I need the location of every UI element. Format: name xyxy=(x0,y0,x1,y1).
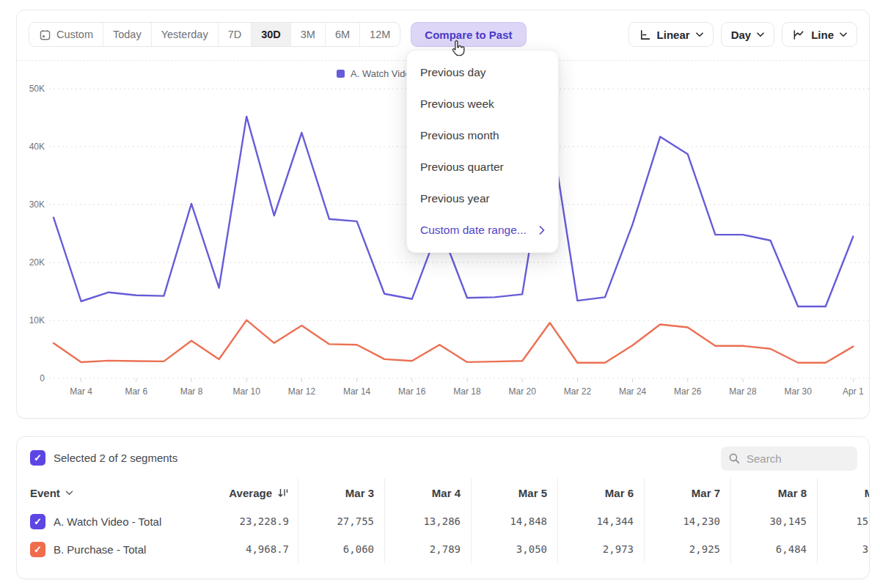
value-cell: 14,344 xyxy=(557,507,644,535)
range-7d[interactable]: 7D xyxy=(219,23,252,46)
y-tick-label: 40K xyxy=(29,142,45,152)
value-cell: 2,789 xyxy=(384,535,471,563)
column-header-mar-4[interactable]: Mar 4 xyxy=(384,478,471,507)
x-tick-label: Mar 8 xyxy=(180,386,203,397)
event-label: A. Watch Video - Total xyxy=(54,515,161,528)
menu-item-previous-year[interactable]: Previous year xyxy=(407,183,558,214)
range-label: 30D xyxy=(261,29,281,40)
column-header-label: Mar 9 xyxy=(865,487,870,499)
event-label: B. Purchase - Total xyxy=(54,543,146,556)
column-header-label: Mar 5 xyxy=(518,487,547,499)
menu-item-previous-month[interactable]: Previous month xyxy=(407,120,558,151)
cell-value: 14,230 xyxy=(683,515,720,527)
range-30d[interactable]: 30D xyxy=(252,23,291,46)
range-6m[interactable]: 6M xyxy=(326,23,360,46)
range-label: 7D xyxy=(228,29,242,40)
search-box[interactable] xyxy=(721,446,857,471)
search-input[interactable] xyxy=(747,452,842,465)
x-tick-label: Apr 1 xyxy=(843,386,864,397)
chevron-right-icon xyxy=(539,226,545,235)
table-header-bar: ✓ Selected 2 of 2 segments xyxy=(17,437,869,478)
row-checkbox[interactable]: ✓ xyxy=(30,514,45,529)
chevron-down-icon xyxy=(65,490,73,496)
range-today[interactable]: Today xyxy=(103,23,152,46)
column-header-mar-7[interactable]: Mar 7 xyxy=(644,478,730,507)
range-label: 6M xyxy=(335,29,350,40)
cell-value: 2,789 xyxy=(430,543,461,555)
value-cell: 27,755 xyxy=(298,507,384,535)
selected-segments-label: Selected 2 of 2 segments xyxy=(54,452,177,464)
cell-value: 3,297 xyxy=(862,543,870,555)
range-custom[interactable]: Custom xyxy=(29,23,103,46)
value-cell: 3,297 xyxy=(817,535,870,563)
cell-value: 14,344 xyxy=(596,515,634,527)
chevron-down-icon xyxy=(757,32,764,37)
linear-axis-icon xyxy=(639,29,651,41)
range-yesterday[interactable]: Yesterday xyxy=(152,23,219,46)
menu-item-previous-day[interactable]: Previous day xyxy=(407,56,558,88)
value-cell: 14,230 xyxy=(644,507,730,535)
column-header-mar-5[interactable]: Mar 5 xyxy=(471,478,557,507)
x-tick-label: Mar 24 xyxy=(619,386,647,397)
column-header-label: Mar 4 xyxy=(432,487,461,499)
interval-dropdown-button[interactable]: Day xyxy=(721,22,775,47)
value-cell: 3,050 xyxy=(471,535,557,563)
search-icon xyxy=(728,452,741,465)
select-all-checkbox[interactable]: ✓ xyxy=(30,450,45,466)
chart-options-group: Linear Day Line xyxy=(628,22,857,47)
scale-label: Linear xyxy=(657,29,690,41)
column-header-mar-6[interactable]: Mar 6 xyxy=(557,478,644,507)
menu-item-previous-quarter[interactable]: Previous quarter xyxy=(407,151,558,183)
compare-to-past-button[interactable]: Compare to Past xyxy=(411,22,526,47)
column-header-mar-3[interactable]: Mar 3 xyxy=(298,478,384,507)
menu-item-custom-date-range[interactable]: Custom date range... xyxy=(407,214,558,246)
cell-value: 15,612 xyxy=(856,515,870,527)
x-tick-label: Mar 28 xyxy=(729,386,757,397)
table-header-row: EventAverageMar 3Mar 4Mar 5Mar 6Mar 7Mar… xyxy=(17,478,870,507)
range-label: 12M xyxy=(370,29,390,40)
sort-descending-icon xyxy=(277,488,289,499)
row-checkbox[interactable]: ✓ xyxy=(30,542,45,557)
range-label: Custom xyxy=(56,29,93,40)
table-row-a-watch-video-total: ✓A. Watch Video - Total23,228.927,75513,… xyxy=(17,507,870,535)
value-cell: 15,612 xyxy=(817,507,870,535)
scale-dropdown-button[interactable]: Linear xyxy=(628,22,714,47)
chart-panel: 50K40K30K20K10K0Mar 4Mar 6Mar 8Mar 10Mar… xyxy=(16,10,870,419)
value-cell: 6,060 xyxy=(298,535,384,563)
column-header-label: Average xyxy=(229,487,272,499)
value-cell: 30,145 xyxy=(730,507,817,535)
y-tick-label: 50K xyxy=(29,84,45,94)
cell-value: 30,145 xyxy=(769,515,807,527)
y-tick-label: 30K xyxy=(29,199,45,210)
column-header-mar-8[interactable]: Mar 8 xyxy=(730,478,817,507)
column-header-event[interactable]: Event xyxy=(17,478,227,507)
range-3m[interactable]: 3M xyxy=(291,23,326,46)
column-header-average[interactable]: Average xyxy=(227,478,298,507)
y-tick-label: 20K xyxy=(29,257,45,268)
range-label: Yesterday xyxy=(161,29,208,40)
value-cell: 4,968.7 xyxy=(227,535,298,563)
compare-to-past-menu: Previous dayPrevious weekPrevious monthP… xyxy=(406,50,559,253)
value-cell: 23,228.9 xyxy=(227,507,298,535)
menu-item-previous-week[interactable]: Previous week xyxy=(407,88,558,120)
interval-label: Day xyxy=(731,29,752,41)
chart-type-dropdown-button[interactable]: Line xyxy=(782,22,857,47)
y-tick-label: 10K xyxy=(29,315,45,326)
chevron-down-icon xyxy=(840,32,847,37)
x-tick-label: Mar 16 xyxy=(398,386,426,397)
range-12m[interactable]: 12M xyxy=(360,23,400,46)
x-tick-label: Mar 18 xyxy=(453,386,481,397)
date-range-control: CustomTodayYesterday7D30D3M6M12M xyxy=(29,22,400,47)
segments-table-panel: ✓ Selected 2 of 2 segments EventAverageM… xyxy=(16,436,870,579)
cell-value: 27,755 xyxy=(337,515,374,527)
y-tick-label: 0 xyxy=(40,373,45,383)
series-line-b-purchase-total xyxy=(54,320,853,363)
x-tick-label: Mar 20 xyxy=(509,386,537,397)
value-cell: 2,973 xyxy=(557,535,644,563)
calendar-icon xyxy=(39,29,51,41)
x-tick-label: Mar 22 xyxy=(564,386,592,397)
column-header-mar-9[interactable]: Mar 9 xyxy=(817,478,870,507)
chart-type-label: Line xyxy=(811,29,834,41)
event-cell: ✓B. Purchase - Total xyxy=(17,535,227,563)
table-row-b-purchase-total: ✓B. Purchase - Total4,968.76,0602,7893,0… xyxy=(17,535,870,563)
